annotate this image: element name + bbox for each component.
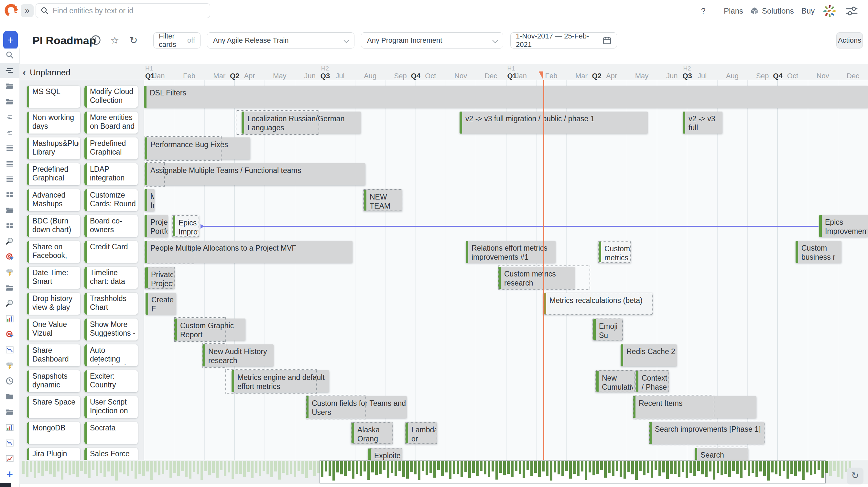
unplanned-card[interactable]: User Script Injection on [84,396,138,418]
target-icon[interactable] [0,327,20,342]
list-icon[interactable] [0,172,20,187]
program-increment-dropdown[interactable]: Any Program Increment [361,32,503,49]
chart-up-icon[interactable] [0,451,20,466]
unplanned-card[interactable]: LDAP integration [84,163,138,185]
magnifier-color-icon[interactable] [0,296,20,311]
unplanned-card[interactable]: Socrata [84,422,138,444]
gantt-bar[interactable]: Project Portfol [145,215,168,237]
unplanned-card[interactable]: Exciter: Country [84,370,138,392]
chart-bar-icon[interactable] [0,311,20,327]
help-button[interactable]: ? [701,0,705,22]
unplanned-card[interactable]: Auto detecting colors by data [84,344,138,366]
unplanned-card[interactable]: Predefined Graphical [84,138,138,159]
unplanned-card[interactable]: Snapshots dynamic [27,370,80,392]
chart-bar-icon[interactable] [0,420,20,435]
storm-icon[interactable] [0,358,20,373]
gantt-bar[interactable]: Metrics recalculations (beta) [543,293,653,315]
gantt-bar[interactable]: New Audit History research [203,344,274,366]
unplanned-card[interactable]: Advanced Mashups [27,189,80,211]
magnifier-color-icon[interactable] [0,234,20,249]
unplanned-card[interactable]: Board co-owners [84,215,138,237]
grid-icon[interactable] [0,218,20,234]
gantt-bar[interactable]: Private Projects [145,267,175,289]
gantt-bar[interactable]: DSL Filters [144,86,868,108]
gantt-bar[interactable]: Redis Cache 2 [621,344,677,366]
gantt-bar[interactable]: NEW TEAM Orange [363,189,402,211]
gantt-bar[interactable]: Relations effort metrics improvements #1 [466,241,556,263]
gantt-bar[interactable]: Performance Bug Fixes [145,138,250,159]
info-icon[interactable] [91,35,101,46]
unplanned-card[interactable]: Timeline chart: data row has [84,267,138,289]
gantt-bar[interactable]: M In [145,189,155,211]
add-button[interactable]: + [3,31,18,49]
target-icon[interactable] [0,249,20,265]
unplanned-card[interactable]: Non-working days [27,112,80,133]
gantt-bar[interactable]: Search improvements [Phase 1] [649,422,765,444]
gantt-bar[interactable]: Search [695,448,748,460]
gantt-bar[interactable]: Custom business r [796,241,841,263]
folder-solid-icon[interactable] [0,389,20,404]
plus-blue-icon[interactable]: + [0,466,20,482]
unplanned-card[interactable]: Trashholds Chart [84,293,138,315]
release-train-dropdown[interactable]: Any Agile Release Train [207,32,354,49]
timeline-small-icon[interactable] [0,109,20,125]
filter-cards-button[interactable]: Filter cards off [153,32,200,49]
gantt-bar[interactable]: Custom fields for Teams and Users [306,396,407,418]
buy-link[interactable]: Buy [801,0,815,22]
list-icon[interactable] [0,156,20,172]
targetprocess-logo-icon[interactable] [3,3,19,18]
gantt-bar[interactable]: New Cumulative [595,370,634,392]
gantt-bar[interactable]: Custom metrics research [498,267,575,289]
folder-open-icon[interactable] [0,78,20,94]
plans-link[interactable]: Plans [724,0,743,22]
timeline-minimap[interactable] [20,460,868,484]
chart-down-icon[interactable] [0,342,20,358]
collapse-panel-icon[interactable]: ‹ [23,67,26,78]
global-search-input[interactable]: Find entities by text or id [36,3,210,18]
unplanned-card[interactable]: Share Dashboard [27,344,80,366]
date-range-field[interactable]: 1-Nov-2017 — 25-Feb-2021 [510,32,617,49]
refresh-minimap-button[interactable]: ↻ [847,467,864,484]
unplanned-card[interactable]: Customize Cards: Round [84,189,138,211]
settings-sliders-icon[interactable] [845,5,858,17]
gantt-bar[interactable]: Emoji Su [592,318,623,340]
unplanned-card[interactable]: Predefined Graphical [27,163,80,185]
clock-icon[interactable] [0,373,20,389]
gantt-bar[interactable]: Epics Improvements [819,215,868,237]
gantt-bar[interactable]: Alaska Orang Month [351,422,393,444]
unplanned-panel-title[interactable]: ‹ Unplanned [23,67,70,78]
folder-open-icon[interactable] [0,404,20,420]
unplanned-card[interactable]: MS SQL [27,86,80,108]
gantt-bar[interactable]: Epics Improver [172,215,199,237]
gantt-bar[interactable]: Metrics engine and default effort metric… [231,370,329,392]
search-icon[interactable] [0,47,20,63]
unplanned-card[interactable]: Show More Suggestions -> [84,318,138,340]
storm-icon[interactable] [0,265,20,280]
unplanned-card[interactable]: Date Time: Smart [27,267,80,289]
unplanned-card[interactable]: Share Space [27,396,80,418]
gantt-bar[interactable]: Localization Russian/German Languages [242,112,361,133]
chart-down-icon[interactable] [0,435,20,451]
gantt-bar[interactable]: Lambda or month [405,422,437,444]
roadmap-icon[interactable] [0,63,20,78]
gantt-bar[interactable]: v2 -> v3 full migration / public / phase… [460,112,648,133]
unplanned-card[interactable]: Mashups&Plugi Library [27,138,80,159]
grid-icon[interactable] [0,187,20,203]
unplanned-card[interactable]: Credit Card [84,241,138,263]
unplanned-card[interactable]: MongoDB [27,422,80,444]
list-icon[interactable] [0,140,20,156]
gantt-bar[interactable]: Custom Graphic Report Increment#1 [174,318,245,340]
unplanned-card[interactable]: Jira Plugin [27,448,80,460]
unplanned-card[interactable]: Share on Facebook, [27,241,80,263]
unplanned-card[interactable]: BDC (Burn down chart) [27,215,80,237]
timeline-small-icon[interactable] [0,125,20,140]
gantt-bar[interactable]: Create F Notificat [146,293,176,315]
expand-sidebar-button[interactable]: » [21,4,34,17]
gantt-bar[interactable]: Exploited [368,448,402,460]
solutions-link[interactable]: Solutions [750,0,794,22]
actions-button[interactable]: Actions [836,32,863,49]
gantt-bar[interactable]: Recent Items [633,396,756,418]
gantt-bar[interactable]: v2 -> v3 full migration / [683,112,722,133]
unplanned-card[interactable]: One Value Vizual [27,318,80,340]
gantt-bar[interactable]: Assignable Multiple Teams / Functional t… [145,163,366,185]
